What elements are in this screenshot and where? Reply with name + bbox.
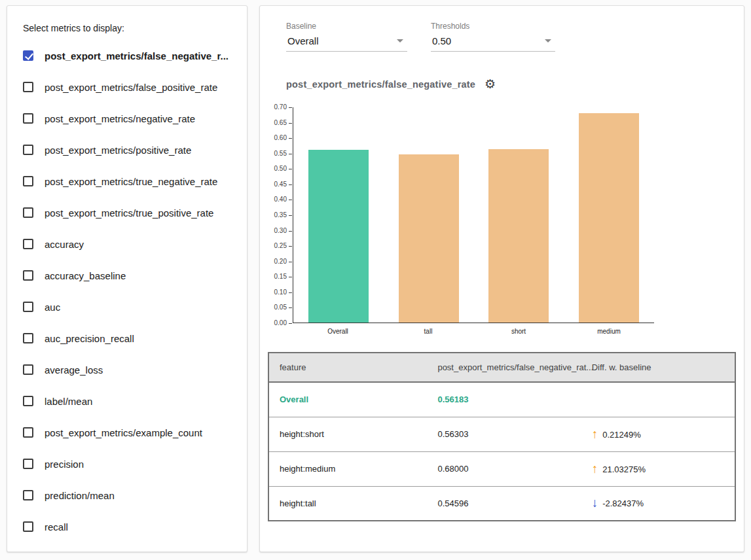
diff-cell: ↑21.03275% [581,451,735,486]
y-axis: 0.000.050.100.150.200.250.300.350.400.45… [268,107,293,323]
baseline-select[interactable]: Overall [286,34,407,52]
metric-checkbox-item[interactable]: post_export_metrics/true_positive_rate [23,197,234,228]
checkbox-unchecked[interactable] [23,113,33,124]
table-row: height:short0.56303↑0.21249% [268,417,735,451]
metric-label: auc [45,302,60,313]
diff-cell: ↓-2.82437% [581,486,735,521]
metric-checkbox-item[interactable]: recall [23,511,234,542]
checkbox-unchecked[interactable] [23,176,33,186]
table-row: height:tall0.54596↓-2.82437% [268,486,735,521]
y-tick-label: 0.35 [274,212,293,219]
metric-label: post_export_metrics/false_positive_rate [45,82,217,93]
metric-checkbox-item[interactable]: post_export_metrics/example_count [23,417,234,448]
metric-label: post_export_metrics/true_positive_rate [45,207,213,219]
checkbox-unchecked[interactable] [23,82,33,92]
table-body: Overall0.56183height:short0.56303↑0.2124… [268,382,735,521]
metric-value-cell: 0.54596 [427,486,581,521]
bar-tall[interactable] [399,154,459,323]
y-tick-label: 0.65 [274,120,293,126]
thresholds-control: Thresholds 0.50 [431,22,555,52]
y-tick-label: 0.20 [274,258,293,265]
baseline-selected-value: Overall [287,35,319,46]
diff-cell: ↑0.21249% [581,417,735,451]
up-arrow-icon: ↑ [592,462,598,476]
metric-checkbox-item[interactable]: accuracy [23,228,234,260]
chevron-down-icon [397,39,403,43]
metric-label: accuracy_baseline [45,270,126,281]
bar-chart: 0.000.050.100.150.200.250.300.350.400.45… [268,107,736,323]
metric-checkbox-item[interactable]: post_export_metrics/false_positive_rate [23,71,234,103]
metric-checkbox-item[interactable]: auc_precision_recall [23,323,234,354]
bar-Overall[interactable] [308,150,369,323]
checkbox-unchecked[interactable] [23,145,33,155]
diff-cell [581,382,735,417]
checkbox-unchecked[interactable] [23,239,33,249]
checkbox-unchecked[interactable] [23,490,33,500]
metric-checkbox-item[interactable]: precision [23,448,234,480]
metric-checkbox-item[interactable]: average_loss [23,354,234,385]
checkbox-unchecked[interactable] [23,396,33,406]
metric-label: auc_precision_recall [45,333,134,344]
metric-label: post_export_metrics/true_negative_rate [45,176,217,187]
table-header-row: featurepost_export_metrics/false_negativ… [268,353,735,382]
x-tick-label: medium [564,328,654,335]
metric-label: post_export_metrics/negative_rate [45,113,195,124]
chart-title: post_export_metrics/false_negative_rate [286,79,475,90]
table-header-cell: post_export_metrics/false_negative_rat..… [427,353,581,382]
metric-label: precision [45,459,84,470]
metric-checkbox-item[interactable]: accuracy_baseline [23,260,234,291]
metric-checkbox-item[interactable]: post_export_metrics/negative_rate [23,103,234,134]
y-tick-label: 0.00 [274,320,293,326]
metric-checkbox-item[interactable]: post_export_metrics/positive_rate [23,134,234,166]
metric-checkbox-item[interactable]: label/mean [23,385,234,417]
metric-selector-title: Select metrics to display: [23,23,234,33]
table-header-cell: feature [268,353,427,382]
metric-checkbox-item[interactable]: post_export_metrics/false_negative_r... [23,40,234,71]
checkbox-unchecked[interactable] [23,270,33,281]
metric-selector-panel: Select metrics to display: post_export_m… [7,5,247,552]
metric-value-cell: 0.68000 [427,451,581,486]
metric-label: post_export_metrics/positive_rate [45,145,191,156]
metric-value-cell: 0.56303 [427,417,581,451]
metric-checkbox-item[interactable]: prediction/mean [23,480,234,511]
y-tick-label: 0.05 [274,304,293,311]
settings-gear-icon[interactable]: ⚙ [485,78,496,90]
bar-short[interactable] [488,149,549,323]
fairness-indicators-widget: Select metrics to display: post_export_m… [7,5,744,552]
diff-value: 21.03275% [602,464,646,474]
y-tick-label: 0.10 [274,289,293,296]
bar-plot [293,107,654,323]
table-row: Overall0.56183 [268,382,735,417]
metric-checkbox-item[interactable]: post_export_metrics/true_negative_rate [23,166,234,197]
results-panel: Baseline Overall Thresholds 0.50 post_ex… [259,5,744,552]
thresholds-selected-value: 0.50 [432,35,451,46]
checkbox-unchecked[interactable] [23,521,33,532]
table-header-cell: Diff. w. baseline [581,353,735,382]
y-tick-label: 0.25 [274,243,293,249]
y-tick-label: 0.55 [274,150,293,157]
checkbox-checked[interactable] [23,50,33,61]
checkbox-unchecked[interactable] [23,302,33,312]
bar-band [293,107,384,323]
diff-value: -2.82437% [602,499,644,508]
y-tick-label: 0.60 [274,135,293,141]
x-tick-label: Overall [293,328,383,335]
feature-cell: height:tall [268,486,427,521]
bar-medium[interactable] [579,113,639,323]
baseline-label: Baseline [286,22,407,31]
thresholds-select[interactable]: 0.50 [431,34,555,52]
checkbox-unchecked[interactable] [23,427,33,438]
checkbox-unchecked[interactable] [23,333,33,343]
metric-checkbox-item[interactable]: auc [23,291,234,323]
y-tick-label: 0.30 [274,228,293,234]
y-tick-label: 0.15 [274,273,293,280]
checkbox-unchecked[interactable] [23,459,33,469]
metric-value-cell: 0.56183 [427,382,581,417]
checkbox-unchecked[interactable] [23,364,33,375]
controls-row: Baseline Overall Thresholds 0.50 [286,22,736,52]
checkbox-unchecked[interactable] [23,207,33,218]
chevron-down-icon [545,39,551,43]
table-row: height:medium0.68000↑21.03275% [268,451,735,486]
chart-header: post_export_metrics/false_negative_rate … [286,78,736,90]
feature-cell: height:short [268,417,427,451]
